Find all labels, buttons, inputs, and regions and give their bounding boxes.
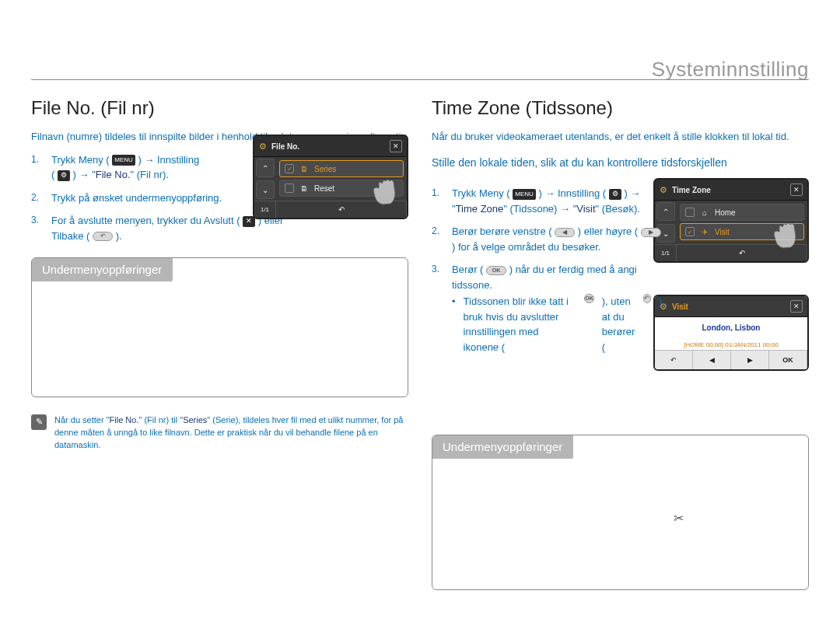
check-empty-icon (685, 208, 695, 217)
back-icon: ↶ (93, 232, 113, 241)
arrow-right-icon: ▶ (641, 228, 661, 237)
hand-pointer-icon (767, 218, 804, 255)
arrow-left-icon: ◀ (555, 228, 575, 237)
left-column: File No. (Fil nr) Filnavn (numre) tildel… (31, 97, 408, 590)
step-text: ) → " (73, 169, 96, 180)
menu-button-icon: MENU (513, 189, 536, 200)
note-text: " (Fil nr) til " (138, 415, 183, 425)
gear-icon: ⚙ (259, 142, 267, 152)
lcd-title: Time Zone (672, 186, 711, 194)
visit-home-line: [HOME 00:00] 01/JAN/2011 00:00 (658, 341, 804, 348)
step-text-navy: File No. (96, 169, 131, 180)
chapter-title: Systeminnstilling (652, 58, 809, 82)
step-marker: 2. (432, 224, 444, 254)
callout-time-zone: Stille den lokale tiden, slik at du kan … (432, 156, 809, 171)
ok-icon: OK (584, 294, 594, 303)
step-text: ( (51, 169, 54, 180)
file-icon: 🗎 (299, 184, 310, 193)
lcd-row-label: Visit (715, 228, 730, 236)
close-icon: ✕ (790, 300, 803, 313)
step-marker: 1. (432, 186, 444, 216)
check-empty-icon (285, 183, 294, 193)
plane-icon: ✈ (699, 228, 710, 236)
gear-icon: ⚙ (58, 170, 70, 181)
step-marker: 3. (31, 213, 44, 243)
check-icon: ✓ (685, 227, 695, 236)
step-text: ) → Innstilling ( (538, 187, 606, 199)
step-text: " (Besøk). (596, 203, 640, 215)
note-text-navy: Series (183, 415, 207, 425)
intro-time-zone: Når du bruker videokameraet utenlands, e… (432, 130, 809, 145)
step-text: Berør berøre venstre ( (452, 225, 552, 237)
step-marker: 2. (31, 190, 44, 206)
arrow-left-icon: ◀ (693, 351, 731, 369)
menu-button-icon: MENU (112, 155, 135, 166)
step-text: Trykk Meny ( (51, 154, 110, 166)
step-text-navy: Time Zone (456, 203, 504, 215)
close-icon: ✕ (790, 183, 803, 196)
step-text: ), uten at du berører ( (602, 294, 635, 355)
hand-pointer-icon (366, 174, 404, 211)
steps-time-zone: 1. Trykk Meny ( MENU ) → Innstilling ( ⚙… (432, 186, 665, 370)
scissors-icon: ✂ (674, 511, 684, 526)
step-text: " (Fil nr). (131, 169, 169, 180)
lcd-visit: ⚙ Visit ✕ London, Lisbon [HOME 00:00] 01… (653, 295, 809, 371)
step-text: ) for å velge området du besøker. (452, 241, 600, 253)
lcd-title: Visit (672, 302, 688, 311)
note-text-navy: File No. (110, 415, 139, 425)
lcd-time-zone: ⚙ Time Zone ✕ ⌃ ⌄ ⌂ Home (653, 178, 809, 263)
step-marker: 3. (432, 262, 444, 362)
lcd-row-label: Series (314, 165, 336, 173)
right-column: Time Zone (Tidssone) Når du bruker video… (432, 97, 809, 590)
step-text: Tidssonen blir ikke tatt i bruk hvis du … (464, 294, 577, 355)
step-text: ) eller høyre ( (578, 225, 638, 237)
step-text: " (Tidssone) → " (503, 203, 576, 215)
step-marker: 1. (31, 152, 44, 183)
submenu-box-time-zone: Undermenyoppføringer ✂ (432, 435, 809, 590)
back-icon: ↶ (643, 294, 651, 303)
lcd-row-label: Home (715, 208, 736, 217)
note-file-no: ✎ Når du setter "File No." (Fil nr) til … (31, 414, 408, 452)
step-text: Trykk Meny ( (452, 187, 510, 199)
close-icon: ✕ (390, 140, 402, 152)
check-icon: ✓ (285, 164, 294, 173)
chevron-down-icon: ⌄ (256, 180, 275, 199)
lcd-file-no: ⚙ File No. ✕ ⌃ ⌄ ✓ 🗎 Series (253, 135, 408, 219)
page-indicator: 1/1 (254, 201, 276, 218)
lcd-title: File No. (271, 142, 299, 151)
submenu-tab: Undermenyoppføringer (31, 257, 173, 281)
section-heading-time-zone: Time Zone (Tidssone) (432, 97, 809, 119)
note-text: Når du setter " (54, 415, 110, 425)
file-icon: 🗎 (299, 165, 310, 173)
lcd-row-label: Reset (314, 184, 334, 193)
header-rule (31, 79, 809, 80)
arrow-right-icon: ▶ (731, 351, 769, 369)
submenu-box-file-no: Undermenyoppføringer (31, 257, 408, 397)
visit-city: London, Lisbon (658, 323, 804, 332)
step-text: ). (116, 230, 122, 242)
step-text: ) → Innstilling (138, 154, 199, 166)
submenu-tab: Undermenyoppføringer (432, 435, 573, 459)
section-heading-file-no: File No. (Fil nr) (31, 97, 408, 119)
step-text: For å avslutte menyen, trykker du Avslut… (51, 215, 240, 226)
ok-icon: OK (486, 266, 506, 275)
step-text: Berør ( (452, 264, 483, 275)
step-text-navy: Visit (576, 203, 595, 215)
note-icon: ✎ (31, 414, 47, 430)
step-text: ). (659, 294, 665, 355)
home-icon: ⌂ (699, 208, 710, 217)
ok-button: OK (769, 351, 807, 369)
gear-icon: ⚙ (609, 189, 621, 200)
chevron-up-icon: ⌃ (256, 159, 275, 177)
